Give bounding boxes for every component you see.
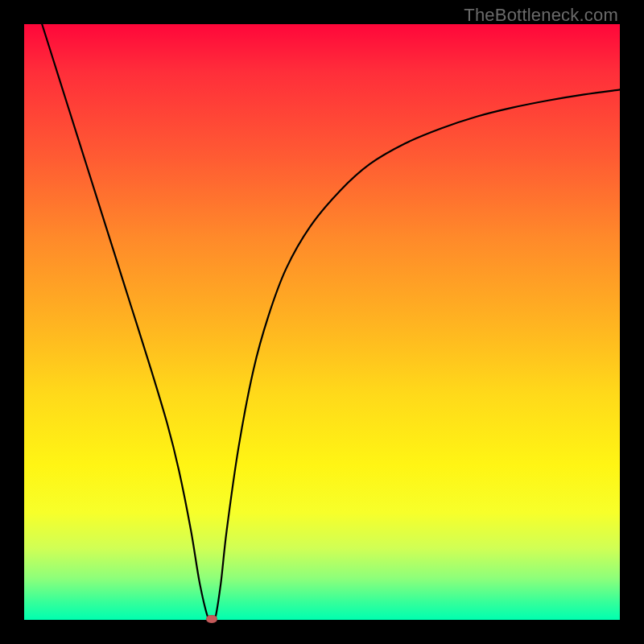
optimal-point-marker [206, 615, 217, 623]
watermark-text: TheBottleneck.com [464, 5, 618, 26]
plot-area [24, 24, 620, 620]
chart-frame: TheBottleneck.com [0, 0, 644, 644]
bottleneck-curve [42, 24, 620, 625]
curve-svg [24, 24, 620, 620]
